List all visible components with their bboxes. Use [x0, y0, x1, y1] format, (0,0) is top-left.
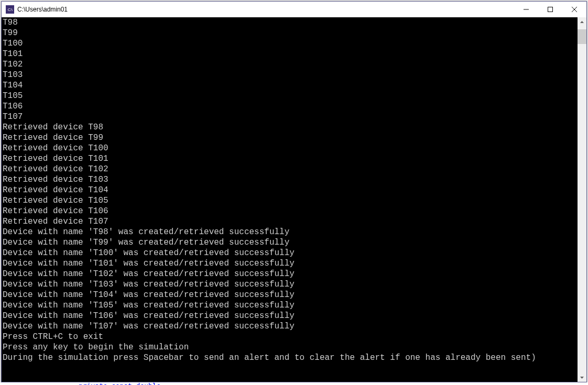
console-line: Retrieved device T106	[2, 206, 578, 216]
content-wrapper: T98T99T100T101T102T103T104T105T106T107Re…	[2, 17, 586, 382]
console-line: T103	[2, 70, 578, 80]
console-line: Retrieved device T104	[2, 185, 578, 195]
console-line: During the simulation press Spacebar to …	[2, 353, 578, 363]
maximize-icon	[548, 7, 553, 12]
minimize-button[interactable]	[514, 2, 538, 17]
titlebar[interactable]: C:\ C:\Users\admin01	[2, 2, 586, 17]
close-button[interactable]	[562, 2, 586, 17]
console-line: Device with name 'T100' was created/retr…	[2, 248, 578, 258]
console-line: Retrieved device T99	[2, 133, 578, 143]
console-line: Press CTRL+C to exit	[2, 332, 578, 342]
console-output[interactable]: T98T99T100T101T102T103T104T105T106T107Re…	[2, 17, 578, 382]
svg-marker-5	[580, 377, 584, 379]
scrollbar-thumb[interactable]	[578, 29, 586, 44]
console-line: Retrieved device T101	[2, 153, 578, 164]
console-line: Device with name 'T104' was created/retr…	[2, 290, 578, 300]
app-icon: C:\	[6, 5, 14, 14]
console-line: Retrieved device T100	[2, 143, 578, 153]
window-title: C:\Users\admin01	[17, 6, 68, 13]
console-line: Device with name 'T106' was created/retr…	[2, 311, 578, 321]
console-line: Device with name 'T105' was created/retr…	[2, 300, 578, 311]
console-line: T104	[2, 80, 578, 91]
svg-rect-1	[548, 7, 553, 12]
console-line: T101	[2, 49, 578, 59]
console-line: Device with name 'T102' was created/retr…	[2, 269, 578, 279]
console-line: Device with name 'T99' was created/retri…	[2, 237, 578, 248]
console-line: Retrieved device T107	[2, 216, 578, 227]
vertical-scrollbar[interactable]	[578, 17, 586, 382]
console-line: T99	[2, 28, 578, 38]
console-line: T105	[2, 91, 578, 101]
chevron-up-icon	[580, 21, 584, 23]
window-controls	[514, 2, 586, 17]
scroll-up-button[interactable]	[578, 17, 586, 26]
code-fragment: private const double	[79, 382, 161, 385]
console-line: T107	[2, 112, 578, 122]
console-line: Device with name 'T103' was created/retr…	[2, 279, 578, 290]
console-line: Retrieved device T102	[2, 164, 578, 174]
console-line: T106	[2, 101, 578, 112]
console-line: Retrieved device T98	[2, 122, 578, 133]
svg-marker-4	[580, 21, 584, 23]
console-line: Press any key to begin the simulation	[2, 342, 578, 353]
minimize-icon	[524, 7, 529, 12]
scrollbar-track[interactable]	[578, 26, 586, 373]
console-line: Retrieved device T103	[2, 174, 578, 185]
console-line: Device with name 'T107' was created/retr…	[2, 321, 578, 332]
console-line: Retrieved device T105	[2, 195, 578, 206]
close-icon	[572, 7, 577, 12]
console-window: C:\ C:\Users\admin01 T98T99T100T101T102T…	[1, 1, 587, 382]
console-line: Device with name 'T98' was created/retri…	[2, 227, 578, 237]
maximize-button[interactable]	[538, 2, 562, 17]
console-line: T100	[2, 38, 578, 49]
console-line: T98	[2, 17, 578, 28]
console-line: T102	[2, 59, 578, 70]
chevron-down-icon	[580, 377, 584, 379]
scroll-down-button[interactable]	[578, 373, 586, 382]
console-line: Device with name 'T101' was created/retr…	[2, 258, 578, 269]
